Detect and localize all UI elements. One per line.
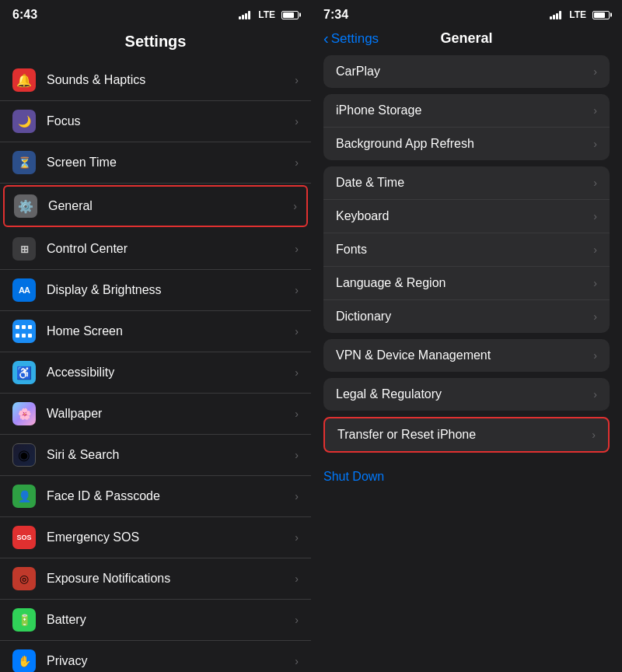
iphone-storage-label: iPhone Storage	[336, 103, 593, 117]
settings-item-sounds[interactable]: 🔔 Sounds & Haptics ›	[0, 60, 311, 101]
settings-list: 🔔 Sounds & Haptics › 🌙 Focus › ⏳ Screen …	[0, 60, 311, 672]
locale-group: Date & Time › Keyboard › Fonts › Languag…	[323, 166, 610, 333]
fonts-item[interactable]: Fonts ›	[323, 233, 610, 267]
settings-item-general[interactable]: ⚙️ General ›	[3, 185, 308, 227]
background-refresh-item[interactable]: Background App Refresh ›	[323, 128, 610, 160]
exposure-chevron: ›	[295, 572, 299, 585]
control-center-icon: ⊞	[12, 237, 36, 261]
sounds-label: Sounds & Haptics	[47, 73, 295, 87]
date-time-label: Date & Time	[336, 176, 593, 190]
left-status-icons: LTE	[239, 9, 299, 20]
vpn-label: VPN & Device Management	[336, 348, 593, 362]
control-center-chevron: ›	[295, 243, 299, 255]
exposure-label: Exposure Notifications	[47, 572, 295, 586]
left-status-bar: 6:43 LTE	[0, 0, 311, 26]
shutdown-button[interactable]: Shut Down	[311, 459, 622, 495]
right-lte-label: LTE	[569, 9, 586, 20]
settings-item-focus[interactable]: 🌙 Focus ›	[0, 101, 311, 142]
screen-time-chevron: ›	[295, 156, 299, 169]
keyboard-item[interactable]: Keyboard ›	[323, 200, 610, 233]
display-label: Display & Brightness	[47, 283, 295, 297]
wallpaper-icon: 🌸	[12, 402, 36, 425]
legal-item[interactable]: Legal & Regulatory ›	[323, 378, 610, 411]
accessibility-icon: ♿	[12, 361, 36, 384]
background-refresh-label: Background App Refresh	[336, 137, 593, 151]
settings-item-face-id[interactable]: 👤 Face ID & Passcode ›	[0, 476, 311, 517]
settings-item-wallpaper[interactable]: 🌸 Wallpaper ›	[0, 394, 311, 435]
transfer-reset-item[interactable]: Transfer or Reset iPhone ›	[325, 418, 608, 451]
carplay-label: CarPlay	[336, 65, 593, 79]
focus-icon: 🌙	[12, 110, 36, 133]
settings-item-screen-time[interactable]: ⏳ Screen Time ›	[0, 142, 311, 184]
language-region-item[interactable]: Language & Region ›	[323, 267, 610, 300]
accessibility-chevron: ›	[295, 366, 299, 379]
settings-item-display[interactable]: AA Display & Brightness ›	[0, 270, 311, 311]
emergency-sos-chevron: ›	[295, 531, 299, 544]
focus-label: Focus	[47, 114, 295, 128]
screen-time-icon: ⏳	[12, 151, 36, 174]
carplay-item[interactable]: CarPlay ›	[323, 55, 610, 88]
date-time-item[interactable]: Date & Time ›	[323, 166, 610, 200]
exposure-icon: ◎	[12, 567, 36, 590]
carplay-chevron: ›	[593, 65, 597, 78]
vpn-item[interactable]: VPN & Device Management ›	[323, 339, 610, 372]
language-region-label: Language & Region	[336, 276, 593, 290]
back-chevron-icon: ‹	[323, 30, 329, 47]
general-icon: ⚙️	[14, 194, 37, 218]
date-time-chevron: ›	[593, 177, 597, 189]
general-chevron: ›	[293, 200, 297, 212]
background-refresh-chevron: ›	[593, 138, 597, 150]
settings-item-battery[interactable]: 🔋 Battery ›	[0, 600, 311, 641]
sounds-icon: 🔔	[12, 68, 36, 92]
wallpaper-chevron: ›	[295, 408, 299, 420]
keyboard-label: Keyboard	[336, 209, 593, 223]
settings-item-emergency-sos[interactable]: SOS Emergency SOS ›	[0, 517, 311, 558]
right-signal-icon	[550, 11, 561, 19]
face-id-chevron: ›	[295, 490, 299, 502]
dictionary-item[interactable]: Dictionary ›	[323, 300, 610, 333]
legal-group: Legal & Regulatory ›	[323, 378, 610, 411]
right-status-bar: 7:34 LTE	[311, 0, 622, 26]
vpn-chevron: ›	[593, 349, 597, 362]
transfer-reset-group: Transfer or Reset iPhone ›	[323, 417, 610, 453]
accessibility-label: Accessibility	[47, 366, 295, 380]
general-label: General	[48, 199, 293, 213]
battery-icon	[281, 11, 299, 19]
home-screen-label: Home Screen	[47, 324, 295, 338]
dictionary-label: Dictionary	[336, 310, 593, 324]
fonts-label: Fonts	[336, 243, 593, 257]
right-content: CarPlay › iPhone Storage › Background Ap…	[311, 55, 622, 672]
screen-time-label: Screen Time	[47, 156, 295, 170]
emergency-sos-icon: SOS	[12, 526, 36, 549]
face-id-label: Face ID & Passcode	[47, 489, 295, 503]
settings-item-control-center[interactable]: ⊞ Control Center ›	[0, 229, 311, 270]
fonts-chevron: ›	[593, 243, 597, 256]
vpn-group: VPN & Device Management ›	[323, 339, 610, 372]
wallpaper-label: Wallpaper	[47, 407, 295, 421]
right-nav-title: General	[440, 30, 492, 47]
home-screen-icon	[12, 320, 36, 343]
siri-chevron: ›	[295, 449, 299, 461]
focus-chevron: ›	[295, 115, 299, 128]
settings-item-accessibility[interactable]: ♿ Accessibility ›	[0, 352, 311, 394]
privacy-icon: ✋	[12, 649, 36, 672]
right-status-icons: LTE	[550, 9, 610, 20]
face-id-icon: 👤	[12, 485, 36, 508]
battery-chevron: ›	[295, 614, 299, 626]
left-panel: 6:43 LTE Settings 🔔 Sounds & Haptics › 🌙	[0, 0, 311, 672]
right-panel: 7:34 LTE ‹ Settings General CarPlay	[311, 0, 622, 672]
storage-group: iPhone Storage › Background App Refresh …	[323, 94, 610, 160]
settings-item-privacy[interactable]: ✋ Privacy ›	[0, 641, 311, 672]
transfer-reset-label: Transfer or Reset iPhone	[337, 428, 592, 442]
settings-item-siri[interactable]: ◉ Siri & Search ›	[0, 435, 311, 476]
settings-item-home-screen[interactable]: Home Screen ›	[0, 311, 311, 352]
battery-label: Battery	[47, 613, 295, 627]
right-time: 7:34	[323, 8, 348, 22]
privacy-label: Privacy	[47, 654, 295, 668]
settings-item-exposure[interactable]: ◎ Exposure Notifications ›	[0, 558, 311, 600]
iphone-storage-item[interactable]: iPhone Storage ›	[323, 94, 610, 128]
emergency-sos-label: Emergency SOS	[47, 530, 295, 544]
right-nav: ‹ Settings General	[311, 26, 622, 55]
back-button[interactable]: ‹ Settings	[323, 30, 379, 47]
carplay-group: CarPlay ›	[323, 55, 610, 88]
